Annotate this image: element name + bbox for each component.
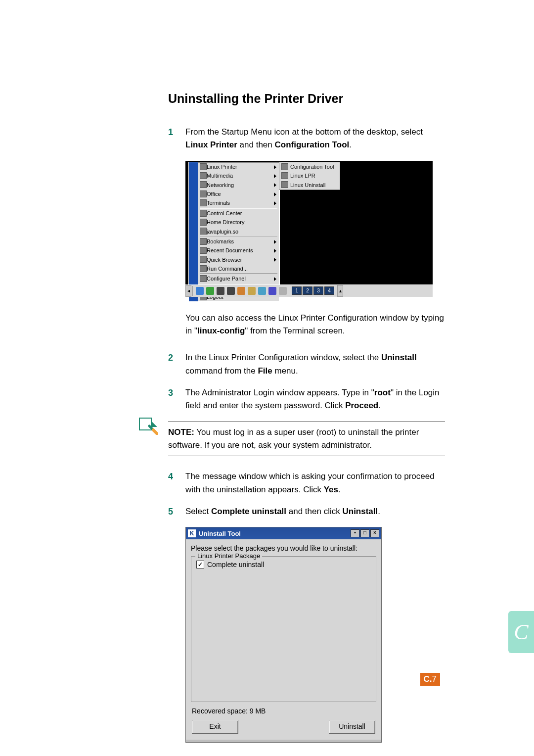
note-text: You must log in as a super user (root) t… — [168, 427, 419, 450]
office-icon — [200, 190, 207, 197]
menu-item-label: Home Directory — [207, 219, 244, 225]
recent-icon — [200, 247, 207, 254]
step-2: 2 In the Linux Printer Configuration win… — [168, 351, 445, 378]
taskbar-icon[interactable] — [217, 287, 224, 295]
menu-item-office[interactable]: Office — [189, 189, 279, 198]
menu-item-quick-browser[interactable]: Quick Browser — [189, 255, 279, 264]
svg-marker-0 — [139, 418, 151, 430]
dialog-title: Uninstall Tool — [199, 530, 241, 537]
step-5: 5 Select Complete uninstall and then cli… — [168, 505, 445, 518]
step-1-number: 1 — [168, 126, 173, 140]
taskbar-launchers — [196, 287, 287, 295]
menu-item-linux-printer[interactable]: Linux Printer — [189, 162, 279, 171]
option-complete-uninstall[interactable]: ✓ Complete uninstall — [196, 561, 371, 568]
taskbar-separator — [290, 286, 290, 296]
submenu-item-linux-lpr[interactable]: Linux LPR — [279, 171, 340, 180]
menu-item-networking[interactable]: Networking — [189, 180, 279, 189]
desktop-pager-2[interactable]: 2 — [303, 286, 312, 295]
option-label: Complete uninstall — [207, 561, 264, 568]
menu-item-terminals[interactable]: Terminals — [189, 198, 279, 207]
step-1-text-a: From the Startup Menu icon at the bottom… — [185, 127, 423, 137]
taskbar-icon[interactable] — [268, 287, 276, 295]
menu-item-control-center[interactable]: Control Center — [189, 209, 279, 218]
menu-item-bookmarks[interactable]: Bookmarks — [189, 237, 279, 246]
menu-item-configure-panel[interactable]: Configure Panel — [189, 274, 279, 283]
note-block: NOTE: You must log in as a super user (r… — [168, 422, 445, 457]
step-5-bold-a: Complete uninstall — [211, 507, 286, 516]
appendix-tab: C — [508, 611, 534, 653]
step-2-text-a: In the Linux Printer Configuration windo… — [185, 353, 381, 362]
taskbar-separator — [192, 286, 193, 296]
exit-button[interactable]: Exit — [192, 720, 238, 734]
menu-item-javaplugin[interactable]: javaplugin.so — [189, 227, 279, 236]
taskbar: ◂ 1 2 3 4 ▴ — [185, 284, 433, 297]
step-1-continuation: You can also access the Linux Printer Co… — [168, 312, 445, 338]
menu-item-label: Networking — [207, 182, 234, 188]
browser-icon — [200, 256, 207, 263]
close-button[interactable]: × — [370, 529, 379, 537]
taskbar-arrow-up[interactable]: ▴ — [337, 285, 343, 297]
page-number-value: 7 — [432, 674, 437, 684]
kde-logo-icon: K — [188, 529, 196, 537]
step-3-number: 3 — [168, 386, 173, 400]
step-4-text-a: The message window which is asking your … — [185, 472, 435, 494]
desktop-pager-3[interactable]: 3 — [313, 286, 323, 295]
menu-item-run-command[interactable]: Run Command... — [189, 264, 279, 273]
menu-item-multimedia[interactable]: Multimedia — [189, 171, 279, 180]
step-3-text-c: . — [378, 401, 381, 410]
package-groupbox: Linux Printer Package ✓ Complete uninsta… — [191, 556, 376, 702]
desktop-pager-4[interactable]: 4 — [324, 286, 334, 295]
step-5-text-b: and then click — [286, 507, 342, 516]
submenu-linux-printer: Configuration Tool Linux LPR Linux Unins… — [279, 162, 340, 190]
checkbox-checked-icon[interactable]: ✓ — [196, 561, 204, 568]
maximize-button[interactable]: □ — [360, 529, 369, 537]
menu-item-label: Linux Printer — [207, 164, 237, 170]
step-5-number: 5 — [168, 505, 173, 519]
step-3: 3 The Administrator Login window appears… — [168, 386, 445, 413]
desktop-pager-1[interactable]: 1 — [292, 286, 302, 295]
step-2-bold-a: Uninstall — [381, 353, 417, 362]
menu-item-label: Terminals — [207, 200, 230, 206]
taskbar-separator — [336, 286, 336, 296]
continuation-text-b: " from the Terminal screen. — [245, 326, 345, 335]
recovered-space-label: Recovered space: 9 MB — [192, 707, 376, 715]
panel-icon — [200, 275, 207, 282]
submenu-item-linux-uninstall[interactable]: Linux Uninstall — [279, 180, 340, 189]
menu-item-recent-documents[interactable]: Recent Documents — [189, 246, 279, 255]
menu-item-label: Linux LPR — [290, 173, 315, 179]
dialog-prompt: Please select the packages you would lik… — [191, 544, 376, 552]
note-label: NOTE: — [168, 427, 194, 437]
step-4-text-b: . — [338, 485, 341, 494]
groupbox-legend: Linux Printer Package — [195, 552, 262, 560]
taskbar-icon[interactable] — [227, 287, 235, 295]
menu-item-label: Linux Uninstall — [290, 182, 326, 188]
menu-item-label: Office — [207, 191, 221, 197]
step-5-text-a: Select — [185, 507, 211, 516]
minimize-button[interactable]: • — [351, 529, 359, 537]
step-1-bold-a: Linux Printer — [185, 140, 237, 149]
step-2-bold-b: File — [258, 366, 272, 376]
screenshot-uninstall-tool: K Uninstall Tool • □ × Please select the… — [185, 527, 382, 743]
taskbar-icon[interactable] — [206, 287, 214, 295]
taskbar-icon[interactable] — [279, 287, 287, 295]
dialog-titlebar: K Uninstall Tool • □ × — [186, 527, 381, 539]
step-2-text-c: menu. — [272, 366, 298, 376]
horizontal-scrollbar[interactable] — [186, 740, 381, 742]
bookmark-icon — [200, 238, 207, 245]
menu-item-label: Control Center — [207, 210, 242, 216]
taskbar-icon[interactable] — [248, 287, 256, 295]
taskbar-icon[interactable] — [196, 287, 204, 295]
section-heading: Uninstalling the Printer Driver — [168, 92, 445, 106]
step-4: 4 The message window which is asking you… — [168, 470, 445, 496]
taskbar-icon[interactable] — [258, 287, 266, 295]
page-number-prefix: C. — [424, 674, 432, 684]
menu-item-label: Run Command... — [207, 266, 248, 272]
taskbar-icon[interactable] — [237, 287, 245, 295]
lpr-icon — [281, 172, 288, 179]
uninstall-button[interactable]: Uninstall — [329, 720, 375, 734]
submenu-item-configuration-tool[interactable]: Configuration Tool — [279, 162, 340, 171]
step-4-bold-a: Yes — [324, 485, 338, 494]
start-menu: Linux Printer Multimedia Networking Offi… — [188, 162, 280, 302]
taskbar-arrow-left[interactable]: ◂ — [185, 285, 191, 297]
menu-item-home-directory[interactable]: Home Directory — [189, 218, 279, 227]
